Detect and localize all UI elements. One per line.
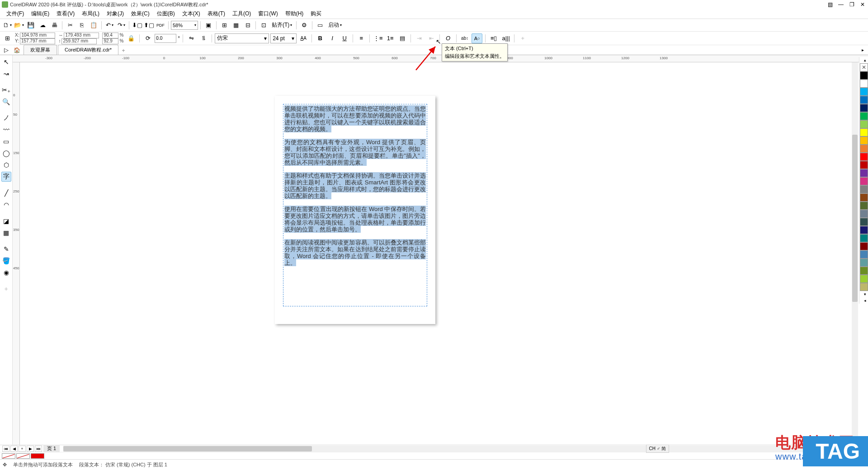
menu-tools[interactable]: 工具(O) xyxy=(229,9,255,19)
home-tab-icon[interactable]: 🏠 xyxy=(12,46,22,55)
color-swatch[interactable] xyxy=(860,226,868,234)
color-swatch[interactable] xyxy=(860,267,868,275)
alignment-button[interactable]: ≡ xyxy=(356,33,367,43)
menu-file[interactable]: 文件(F) xyxy=(3,9,28,19)
color-swatch[interactable] xyxy=(860,161,868,169)
color-swatch[interactable] xyxy=(860,104,868,112)
palette-up-button[interactable]: ▴ xyxy=(859,57,868,63)
rotation-field[interactable]: 0.0 xyxy=(155,34,176,43)
font-combo[interactable]: 仿宋▾ xyxy=(215,33,269,43)
menu-layout[interactable]: 布局(L) xyxy=(78,9,103,19)
edit-text-button[interactable]: ≡▯ xyxy=(488,33,499,43)
cloud-button[interactable]: ☁ xyxy=(37,20,48,30)
fill-color-swatch[interactable] xyxy=(16,453,30,459)
color-swatch[interactable] xyxy=(860,242,868,250)
indent-dec-button[interactable]: ⇤ xyxy=(426,33,437,43)
cut-button[interactable]: ✂ xyxy=(65,20,75,30)
color-swatch[interactable] xyxy=(860,96,868,104)
h-field[interactable]: 259.927 mm xyxy=(61,38,97,44)
fontsize-combo[interactable]: 24 pt▾ xyxy=(270,33,297,43)
print-button[interactable]: 🖶 xyxy=(49,20,60,30)
color-swatch[interactable] xyxy=(860,258,868,267)
wpct-field[interactable]: 90.4 xyxy=(102,33,118,38)
scrollbar-thumb[interactable] xyxy=(63,446,312,451)
menu-table[interactable]: 表格(T) xyxy=(204,9,229,19)
new-tab-button[interactable]: + xyxy=(119,47,127,55)
polygon-tool[interactable]: ⬡ xyxy=(1,160,11,170)
pdf-button[interactable]: PDF xyxy=(155,20,166,30)
selected-text[interactable]: 在新的阅读视图中阅读更加容易。可以折叠文档某些部分并关注所需文本。如果在达到结尾… xyxy=(284,239,426,266)
options-button[interactable]: ⚙ xyxy=(299,20,310,30)
zoom-combo[interactable]: 58%▾ xyxy=(171,21,198,30)
canvas[interactable]: -300 -200 -100 0 100 200 300 400 500 600… xyxy=(13,55,868,445)
snap-dropdown[interactable]: 贴齐(T) ▾ xyxy=(270,20,294,30)
menu-effects[interactable]: 效果(C) xyxy=(127,9,153,19)
scrollbar-thumb[interactable] xyxy=(852,135,858,302)
parallel-dim-tool[interactable]: ╱ xyxy=(1,188,11,198)
rulers-button[interactable]: ⊞ xyxy=(219,20,230,30)
language-indicator[interactable]: CH ♂ 简 xyxy=(646,445,670,453)
zoom-tool[interactable]: 🔍 xyxy=(1,97,11,107)
x-field[interactable]: 104.978 mm xyxy=(20,33,55,38)
add-button[interactable]: + xyxy=(517,33,528,43)
menu-window[interactable]: 窗口(W) xyxy=(255,9,281,19)
color-swatch[interactable] xyxy=(860,283,868,291)
open-button[interactable]: 📂▾ xyxy=(14,20,24,30)
paragraph-text-frame[interactable]: 视频提供了功能强大的方法帮助您证明您的观点。当您单击联机视频时，可以在想要添加的… xyxy=(283,104,427,306)
page-canvas[interactable]: 视频提供了功能强大的方法帮助您证明您的观点。当您单击联机视频时，可以在想要添加的… xyxy=(275,96,435,324)
pick-tool[interactable]: ↖ xyxy=(1,57,11,67)
shape-tool[interactable]: ↝ xyxy=(1,69,11,79)
color-swatch[interactable] xyxy=(860,218,868,226)
pick-tab-icon[interactable]: ▷ xyxy=(1,45,12,55)
origin-button[interactable]: ⊞ xyxy=(2,33,13,43)
text-tool[interactable]: 字 xyxy=(1,172,11,182)
menu-bitmap[interactable]: 位图(B) xyxy=(153,9,179,19)
no-color-swatch[interactable] xyxy=(860,63,868,71)
italic-button[interactable]: I xyxy=(327,33,338,43)
grid-button[interactable]: ▦ xyxy=(231,20,241,30)
fill-tool[interactable]: 🪣 xyxy=(1,256,11,266)
horizontal-text-button[interactable]: ab↕ xyxy=(459,33,470,43)
selected-text[interactable]: 视频提供了功能强大的方法帮助您证明您的观点。当您单击联机视频时，可以在想要添加的… xyxy=(284,105,426,132)
menu-view[interactable]: 查看(V) xyxy=(53,9,78,19)
dropcap-button[interactable]: ▤ xyxy=(397,33,408,43)
dropshadow-tool[interactable]: ◪ xyxy=(1,216,11,226)
first-page-button[interactable]: ⏮ xyxy=(2,446,9,452)
color-swatch[interactable] xyxy=(860,112,868,120)
scrollbar-vertical[interactable] xyxy=(852,62,858,445)
palette-down-button[interactable]: ▾ xyxy=(859,291,868,297)
prev-page-button[interactable]: ◀ xyxy=(10,446,18,452)
fullscreen-button[interactable]: ▣ xyxy=(203,20,214,30)
mirror-v-button[interactable]: ⥮ xyxy=(198,33,209,43)
copy-button[interactable]: ⎘ xyxy=(76,20,87,30)
lock-ratio-button[interactable]: 🔒 xyxy=(126,33,137,43)
indent-inc-button[interactable]: ⇥ xyxy=(414,33,425,43)
hpct-field[interactable]: 92.9 xyxy=(102,38,118,44)
color-swatch[interactable] xyxy=(860,120,868,128)
menu-edit[interactable]: 编辑(E) xyxy=(28,9,53,19)
launch-dropdown[interactable]: 启动 ▾ xyxy=(326,20,344,30)
guidelines-button[interactable]: ⊟ xyxy=(242,20,253,30)
color-swatch[interactable] xyxy=(860,80,868,88)
last-page-button[interactable]: ⏭ xyxy=(35,446,42,452)
outline-tool[interactable]: ◉ xyxy=(1,268,11,277)
align-button[interactable]: ⊡ xyxy=(258,20,269,30)
color-swatch[interactable] xyxy=(860,136,868,145)
color-swatch[interactable] xyxy=(860,250,868,258)
color-swatch[interactable] xyxy=(860,185,868,193)
cdr-icon[interactable]: ▧ xyxy=(826,1,834,8)
selected-text[interactable]: 使用在需要位置出现的新按钮在 Word 中保存时间。若要更改图片适应文档的方式，… xyxy=(284,206,426,233)
connector-tool[interactable]: ◠ xyxy=(1,200,11,210)
ellipse-tool[interactable]: ◯ xyxy=(1,148,11,158)
selected-text[interactable]: 为使您的文档具有专业外观，Word 提供了页眉、页脚、封面和文本框设计，这些设计… xyxy=(284,139,426,166)
color-swatch[interactable] xyxy=(860,177,868,185)
color-swatch[interactable] xyxy=(860,202,868,210)
transparency-tool[interactable]: ▦ xyxy=(1,228,11,238)
add-page-button[interactable]: + xyxy=(19,446,26,452)
freehand-tool[interactable]: ノ xyxy=(1,113,11,123)
color-swatch[interactable] xyxy=(860,193,868,202)
ruler-vertical[interactable]: 0 50 150 250 350 450 xyxy=(13,62,20,445)
scrollbar-horizontal[interactable] xyxy=(63,446,866,452)
y-field[interactable]: 157.797 mm xyxy=(20,38,55,44)
new-button[interactable]: 🗋▾ xyxy=(2,20,13,30)
